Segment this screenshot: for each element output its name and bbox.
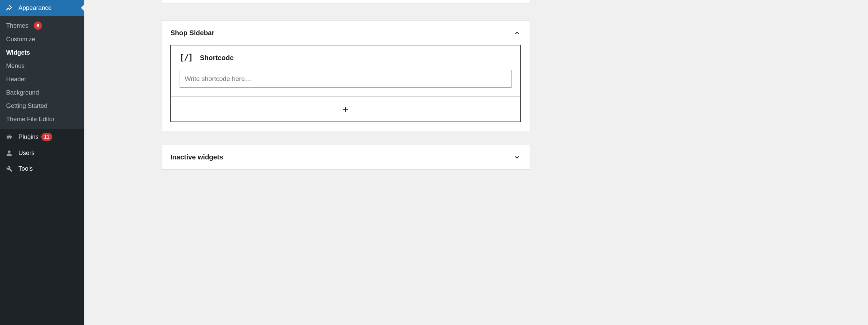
plus-icon: ＋: [340, 104, 351, 114]
sidebar-item-label: Customize: [6, 36, 35, 43]
panel-header-shop-sidebar[interactable]: Shop Sidebar: [162, 21, 530, 45]
sidebar-item-label: Appearance: [18, 4, 52, 12]
widget-area-inactive: Inactive widgets: [161, 145, 530, 170]
shortcode-block[interactable]: [/] Shortcode: [170, 45, 521, 97]
sidebar-item-label: Background: [6, 89, 39, 96]
block-label: Shortcode: [200, 54, 234, 62]
plugins-badge: 11: [41, 133, 52, 141]
admin-sidebar: Appearance Themes 8 Customize Widgets Me…: [0, 0, 84, 325]
sidebar-item-label: Themes: [6, 22, 28, 29]
sidebar-item-getting-started[interactable]: Getting Started: [0, 99, 84, 113]
sidebar-item-label: Header: [6, 76, 26, 83]
themes-badge: 8: [34, 22, 42, 30]
panel-title: Inactive widgets: [170, 153, 223, 161]
svg-point-0: [8, 151, 10, 153]
sidebar-item-users[interactable]: Users: [0, 145, 84, 161]
chevron-up-icon: [513, 29, 521, 37]
panel-body: [/] Shortcode ＋: [162, 45, 530, 131]
sidebar-item-themes[interactable]: Themes 8: [0, 18, 84, 33]
panel-header-inactive[interactable]: Inactive widgets: [162, 145, 530, 169]
shortcode-icon: [/]: [180, 53, 192, 62]
sidebar-submenu-appearance: Themes 8 Customize Widgets Menus Header …: [0, 16, 84, 129]
sidebar-item-label: Plugins: [18, 133, 39, 141]
sidebar-item-background[interactable]: Background: [0, 86, 84, 99]
users-icon: [5, 149, 15, 157]
block-header: [/] Shortcode: [180, 53, 512, 62]
appearance-icon: [5, 4, 15, 12]
sidebar-item-appearance[interactable]: Appearance: [0, 0, 84, 16]
sidebar-item-label: Widgets: [6, 49, 30, 56]
sidebar-item-widgets[interactable]: Widgets: [0, 46, 84, 59]
panel-title: Shop Sidebar: [170, 29, 214, 37]
panel-collapsed-above: [161, 0, 530, 3]
tools-icon: [5, 165, 15, 172]
sidebar-item-label: Getting Started: [6, 102, 47, 110]
sidebar-item-label: Users: [18, 150, 34, 157]
sidebar-item-menus[interactable]: Menus: [0, 59, 84, 73]
main-content: Shop Sidebar [/] Shortcode ＋: [84, 0, 868, 325]
sidebar-item-plugins[interactable]: Plugins 11: [0, 129, 84, 145]
sidebar-item-header[interactable]: Header: [0, 73, 84, 86]
sidebar-item-label: Menus: [6, 62, 25, 70]
add-block-button[interactable]: ＋: [170, 97, 521, 122]
sidebar-item-label: Theme File Editor: [6, 116, 55, 123]
chevron-down-icon: [513, 154, 521, 161]
plugins-icon: [5, 133, 15, 141]
sidebar-item-theme-file-editor[interactable]: Theme File Editor: [0, 113, 84, 126]
widget-area-shop-sidebar: Shop Sidebar [/] Shortcode ＋: [161, 20, 530, 131]
sidebar-item-label: Tools: [18, 165, 33, 172]
sidebar-item-customize[interactable]: Customize: [0, 33, 84, 46]
shortcode-input[interactable]: [180, 70, 512, 88]
sidebar-item-tools[interactable]: Tools: [0, 161, 84, 176]
